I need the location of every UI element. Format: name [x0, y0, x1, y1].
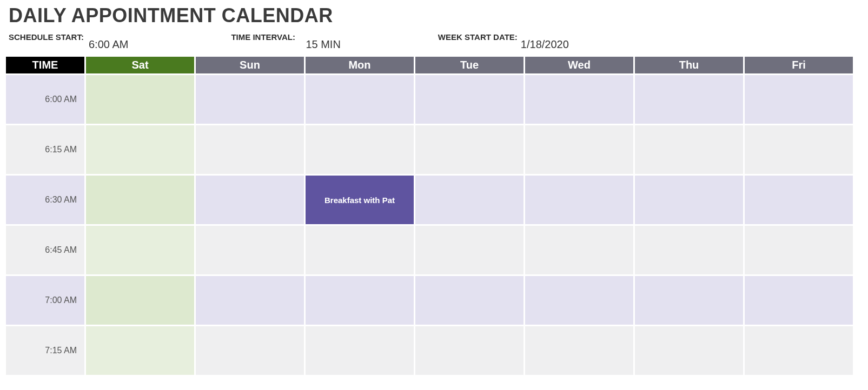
table-row: 6:15 AM	[6, 125, 853, 174]
calendar-cell[interactable]	[306, 75, 414, 124]
calendar-cell[interactable]	[635, 276, 743, 325]
calendar-cell[interactable]	[525, 176, 633, 224]
time-cell: 7:00 AM	[6, 276, 84, 325]
calendar-cell[interactable]	[86, 125, 194, 174]
schedule-start-label: SCHEDULE START:	[9, 32, 84, 42]
calendar-cell[interactable]	[86, 276, 194, 325]
appointment-cell[interactable]: Breakfast with Pat	[306, 176, 414, 224]
header-day-fri: Fri	[745, 57, 853, 73]
calendar-cell[interactable]	[415, 75, 524, 124]
table-row: 7:15 AM	[6, 326, 853, 375]
week-start-label: WEEK START DATE:	[438, 32, 518, 42]
calendar-cell[interactable]	[525, 125, 633, 174]
week-start-value[interactable]: 1/18/2020	[521, 38, 569, 50]
calendar-cell[interactable]	[86, 75, 194, 124]
calendar-cell[interactable]	[745, 276, 853, 325]
calendar-cell[interactable]	[415, 125, 524, 174]
calendar-cell[interactable]	[525, 326, 633, 375]
header-row: TIME Sat Sun Mon Tue Wed Thu Fri	[6, 57, 853, 73]
calendar-cell[interactable]	[745, 176, 853, 224]
calendar-cell[interactable]	[86, 226, 194, 274]
calendar-cell[interactable]	[745, 226, 853, 274]
calendar-cell[interactable]	[525, 226, 633, 274]
time-cell: 6:30 AM	[6, 176, 84, 224]
meta-row: SCHEDULE START: 6:00 AM TIME INTERVAL: 1…	[9, 32, 868, 51]
time-interval-value[interactable]: 15 MIN	[306, 38, 340, 50]
table-row: 6:00 AM	[6, 75, 853, 124]
table-row: 7:00 AM	[6, 276, 853, 325]
calendar-cell[interactable]	[86, 176, 194, 224]
calendar-body: 6:00 AM6:15 AM6:30 AMBreakfast with Pat6…	[6, 75, 853, 375]
calendar-cell[interactable]	[745, 75, 853, 124]
calendar-cell[interactable]	[525, 75, 633, 124]
calendar-cell[interactable]	[635, 176, 743, 224]
table-row: 6:45 AM	[6, 226, 853, 274]
calendar-cell[interactable]	[635, 226, 743, 274]
time-cell: 6:15 AM	[6, 125, 84, 174]
header-day-tue: Tue	[415, 57, 524, 73]
calendar-cell[interactable]	[635, 125, 743, 174]
time-cell: 6:45 AM	[6, 226, 84, 274]
header-time: TIME	[6, 57, 84, 73]
calendar-cell[interactable]	[196, 125, 304, 174]
calendar-cell[interactable]	[525, 276, 633, 325]
schedule-start-value[interactable]: 6:00 AM	[89, 38, 128, 50]
calendar-cell[interactable]	[196, 326, 304, 375]
calendar-cell[interactable]	[415, 276, 524, 325]
calendar-cell[interactable]	[196, 176, 304, 224]
calendar-cell[interactable]	[415, 176, 524, 224]
header-day-sun: Sun	[196, 57, 304, 73]
time-cell: 6:00 AM	[6, 75, 84, 124]
table-row: 6:30 AMBreakfast with Pat	[6, 176, 853, 224]
calendar-cell[interactable]	[196, 75, 304, 124]
calendar-cell[interactable]	[745, 125, 853, 174]
time-cell: 7:15 AM	[6, 326, 84, 375]
calendar-cell[interactable]	[306, 276, 414, 325]
calendar-table: TIME Sat Sun Mon Tue Wed Thu Fri 6:00 AM…	[4, 55, 854, 376]
header-day-sat: Sat	[86, 57, 194, 73]
calendar-cell[interactable]	[635, 75, 743, 124]
calendar-cell[interactable]	[745, 326, 853, 375]
calendar-cell[interactable]	[196, 226, 304, 274]
calendar-cell[interactable]	[306, 226, 414, 274]
header-day-wed: Wed	[525, 57, 633, 73]
calendar-cell[interactable]	[196, 276, 304, 325]
page-title: DAILY APPOINTMENT CALENDAR	[9, 4, 868, 27]
calendar-cell[interactable]	[415, 326, 524, 375]
calendar-cell[interactable]	[306, 125, 414, 174]
calendar-cell[interactable]	[635, 326, 743, 375]
calendar-cell[interactable]	[86, 326, 194, 375]
header-day-thu: Thu	[635, 57, 743, 73]
time-interval-label: TIME INTERVAL:	[231, 32, 295, 42]
header-day-mon: Mon	[306, 57, 414, 73]
calendar-cell[interactable]	[306, 326, 414, 375]
calendar-cell[interactable]	[415, 226, 524, 274]
